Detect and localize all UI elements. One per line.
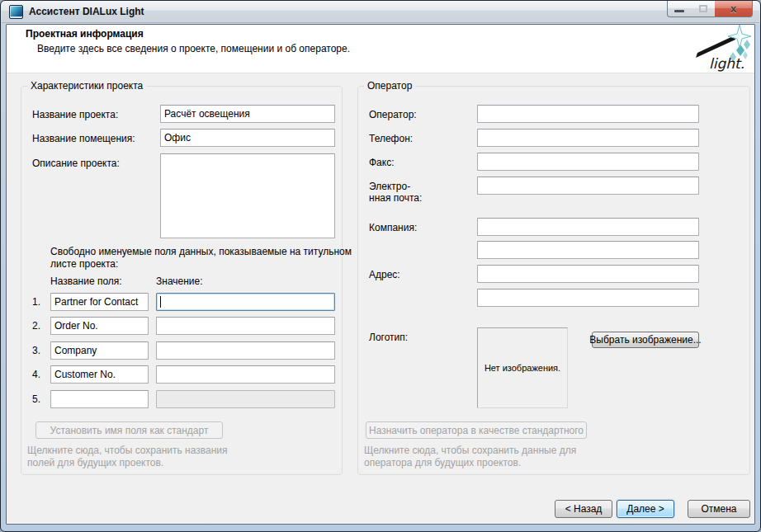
- room-name-label: Название помещения:: [32, 133, 135, 144]
- email-label-line2: нная почта:: [369, 192, 422, 204]
- dialux-light-logo: light.: [689, 25, 757, 73]
- email-label-line1: Электро-: [369, 181, 410, 192]
- field-value-input-1[interactable]: [156, 293, 335, 311]
- field-name-column-header: Название поля:: [50, 275, 122, 287]
- row-number: 1.: [32, 296, 40, 308]
- set-field-name-default-button: Установить имя поля как стандарт: [35, 421, 223, 439]
- project-description-label: Описание проекта:: [32, 158, 120, 169]
- logo-preview-box: Нет изображения.: [477, 327, 568, 408]
- field-name-input-4[interactable]: [50, 365, 149, 384]
- set-operator-default-button: Назначить оператора в качестве стандартн…: [366, 421, 587, 439]
- project-hint-line2: полей для будущих проектов.: [27, 457, 163, 468]
- email-input[interactable]: [477, 177, 699, 195]
- project-description-input[interactable]: [160, 153, 335, 238]
- operator-group-title: Оператор: [364, 80, 415, 92]
- field-value-input-3[interactable]: [156, 341, 335, 360]
- operator-hint-line1: Щелкните сюда, чтобы сохранить данные дл…: [364, 445, 576, 456]
- field-name-input-1[interactable]: [50, 293, 149, 311]
- next-button[interactable]: Далее >: [617, 500, 674, 518]
- company-input[interactable]: [477, 218, 699, 236]
- address-label: Адрес:: [369, 269, 400, 280]
- phone-input[interactable]: [477, 129, 699, 147]
- dialux-light-wizard-window: Ассистент DIALux Light x Проектная инфор…: [0, 0, 761, 532]
- logo-label: Логотип:: [369, 332, 408, 343]
- operator-label: Оператор:: [369, 109, 417, 120]
- free-fields-intro-line1: Свободно именуемые поля данных, показыва…: [50, 246, 352, 257]
- free-fields-intro-line2: листе проекта:: [50, 258, 118, 270]
- fax-label: Факс:: [369, 157, 395, 168]
- room-name-input[interactable]: [160, 129, 335, 147]
- field-value-input-5: [156, 390, 335, 408]
- text-caret: [160, 296, 161, 308]
- field-value-input-2[interactable]: [156, 317, 335, 335]
- address-input-2[interactable]: [477, 289, 699, 307]
- fax-input[interactable]: [477, 153, 699, 171]
- project-group-title: Характеристики проекта: [27, 80, 146, 92]
- cancel-button[interactable]: Отмена: [688, 500, 750, 518]
- field-value-input-4[interactable]: [156, 365, 335, 384]
- logo-wordmark: light.: [709, 55, 744, 72]
- no-image-text: Нет изображения.: [484, 363, 560, 373]
- address-input[interactable]: [477, 265, 699, 283]
- project-name-label: Название проекта:: [32, 109, 118, 120]
- page-title: Проектная информация: [26, 28, 144, 40]
- back-button[interactable]: < Назад: [555, 500, 612, 518]
- row-number: 5.: [32, 393, 40, 405]
- row-number: 2.: [32, 320, 40, 332]
- row-number: 4.: [32, 369, 40, 380]
- field-name-input-2[interactable]: [50, 317, 149, 335]
- project-name-input[interactable]: [160, 105, 335, 123]
- page-subtitle: Введите здесь все сведения о проекте, по…: [37, 43, 350, 54]
- operator-hint-line2: оператора для будущих проектов.: [364, 457, 521, 468]
- field-name-input-5[interactable]: [50, 390, 149, 408]
- phone-label: Телефон:: [369, 133, 413, 144]
- company-input-2[interactable]: [477, 241, 699, 259]
- field-value-column-header: Значение:: [156, 275, 203, 287]
- choose-image-button[interactable]: Выбрать изображение...: [592, 332, 699, 348]
- operator-input[interactable]: [477, 105, 699, 123]
- row-number: 3.: [32, 345, 40, 356]
- field-name-input-3[interactable]: [50, 341, 149, 360]
- project-hint-line1: Щелкните сюда, чтобы сохранить названия: [27, 445, 228, 456]
- company-label: Компания:: [369, 222, 417, 233]
